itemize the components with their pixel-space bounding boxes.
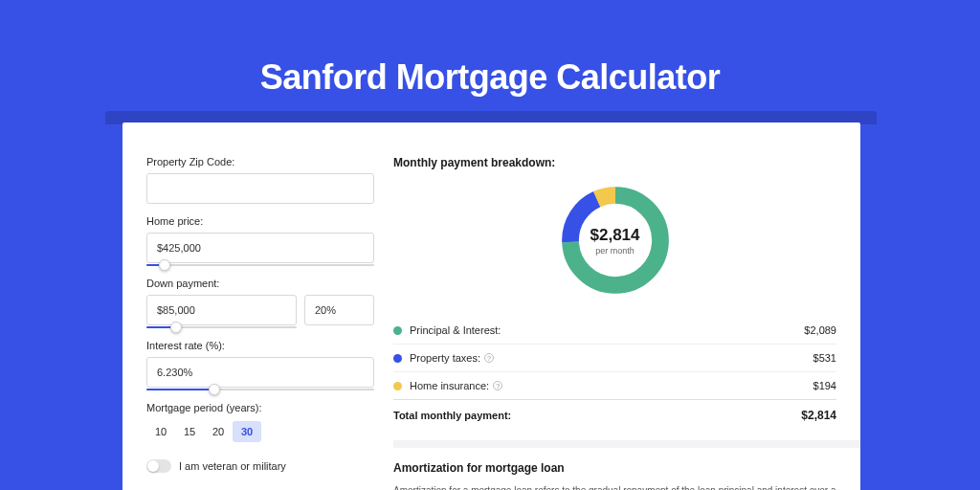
breakdown-heading: Monthly payment breakdown: (393, 156, 836, 169)
down-payment-slider-thumb[interactable] (170, 322, 182, 333)
veteran-toggle-knob (147, 460, 159, 472)
amortization-text: Amortization for a mortgage loan refers … (393, 484, 836, 490)
page-title: Sanford Mortgage Calculator (0, 0, 980, 98)
interest-rate-input[interactable] (146, 357, 374, 388)
period-option-30[interactable]: 30 (233, 421, 261, 442)
breakdown-legend: Principal & Interest:$2,089Property taxe… (393, 317, 836, 399)
help-icon[interactable]: ? (493, 381, 502, 390)
amortization-section: Amortization for mortgage loan Amortizat… (393, 440, 860, 490)
interest-rate-label: Interest rate (%): (146, 340, 374, 351)
results-column: Monthly payment breakdown: $2,814 per mo… (393, 146, 836, 490)
legend-row: Home insurance: ?$194 (393, 372, 836, 399)
legend-dot (393, 354, 402, 363)
interest-rate-slider-thumb[interactable] (209, 384, 220, 395)
donut-sublabel: per month (595, 246, 635, 256)
mortgage-period-options: 10152030 (146, 421, 374, 442)
home-price-label: Home price: (146, 215, 374, 227)
legend-dot (393, 382, 402, 390)
donut-chart-container: $2,814 per month (393, 169, 836, 317)
zip-input[interactable] (146, 173, 374, 204)
inputs-column: Property Zip Code: Home price: Down paym… (146, 146, 374, 490)
legend-row: Property taxes: ?$531 (393, 345, 836, 372)
veteran-toggle-label: I am veteran or military (179, 460, 286, 472)
amortization-heading: Amortization for mortgage loan (393, 461, 836, 475)
legend-value: $2,089 (804, 324, 836, 336)
home-price-input[interactable] (146, 233, 374, 263)
help-icon[interactable]: ? (484, 353, 494, 363)
legend-value: $194 (813, 380, 836, 391)
legend-dot (393, 326, 402, 335)
down-payment-slider[interactable] (146, 325, 297, 328)
total-row: Total monthly payment: $2,814 (393, 399, 836, 431)
total-value: $2,814 (801, 409, 836, 422)
down-payment-input[interactable] (146, 295, 297, 325)
legend-value: $531 (813, 352, 836, 364)
legend-label: Home insurance: ? (410, 380, 813, 391)
page-background: Sanford Mortgage Calculator Property Zip… (0, 0, 980, 490)
calculator-card: Property Zip Code: Home price: Down paym… (122, 122, 860, 490)
down-payment-label: Down payment: (146, 278, 374, 289)
total-label: Total monthly payment: (393, 410, 801, 421)
donut-chart: $2,814 per month (556, 181, 675, 300)
mortgage-period-label: Mortgage period (years): (146, 402, 374, 413)
zip-label: Property Zip Code: (146, 156, 374, 167)
donut-amount: $2,814 (590, 226, 640, 245)
home-price-slider-thumb[interactable] (159, 259, 170, 271)
legend-row: Principal & Interest:$2,089 (393, 317, 836, 345)
interest-rate-slider[interactable] (146, 388, 374, 390)
period-option-20[interactable]: 20 (204, 421, 233, 442)
legend-label: Principal & Interest: (410, 324, 804, 336)
legend-label: Property taxes: ? (410, 352, 813, 364)
period-option-10[interactable]: 10 (146, 421, 175, 442)
home-price-slider[interactable] (146, 263, 374, 266)
period-option-15[interactable]: 15 (175, 421, 204, 442)
veteran-toggle[interactable] (146, 459, 171, 473)
down-payment-percent-input[interactable] (304, 295, 374, 325)
